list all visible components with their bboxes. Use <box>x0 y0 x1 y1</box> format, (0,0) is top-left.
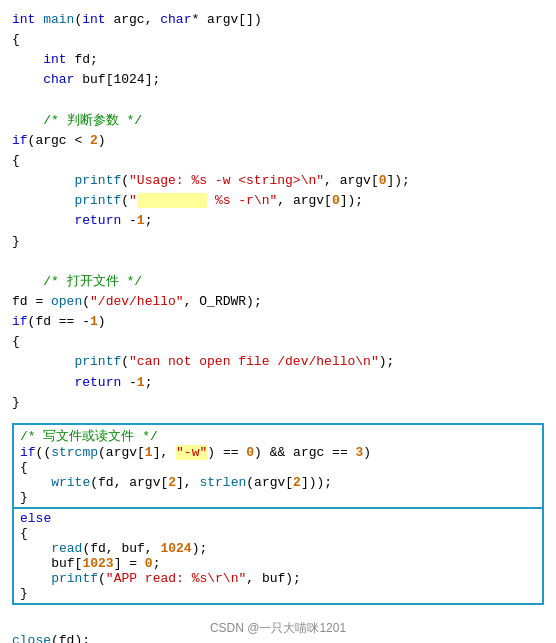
line-9: printf("Usage: %s -w <string>\n", argv[0… <box>12 171 544 191</box>
line-10: printf(" %s -r\n", argv[0]); <box>12 191 544 211</box>
line-12: } <box>12 232 544 252</box>
line-13 <box>12 252 544 272</box>
line-2: { <box>12 30 544 50</box>
line-18: printf("can not open file /dev/hello\n")… <box>12 352 544 372</box>
boxed-region: /* 写文件或读文件 */ if((strcmp(argv[1], "-w") … <box>12 423 544 605</box>
line-31: } <box>20 586 536 601</box>
line-23: { <box>20 460 536 475</box>
line-5 <box>12 91 544 111</box>
line-30: printf("APP read: %s\r\n", buf); <box>20 571 536 586</box>
line-24: write(fd, argv[2], strlen(argv[2])); <box>20 475 536 490</box>
line-27: { <box>20 526 536 541</box>
line-3: int fd; <box>12 50 544 70</box>
line-28: read(fd, buf, 1024); <box>20 541 536 556</box>
line-15: fd = open("/dev/hello", O_RDWR); <box>12 292 544 312</box>
read-box: else { read(fd, buf, 1024); buf[1023] = … <box>12 509 544 605</box>
line-22: if((strcmp(argv[1], "-w") == 0) && argc … <box>20 445 536 460</box>
line-20: } <box>12 393 544 413</box>
line-4: char buf[1024]; <box>12 70 544 90</box>
line-29: buf[1023] = 0; <box>20 556 536 571</box>
footer-text: CSDN @一只大喵咪1201 <box>0 620 556 637</box>
line-8: { <box>12 151 544 171</box>
line-1: int main(int argc, char* argv[]) <box>12 10 544 30</box>
line-16: if(fd == -1) <box>12 312 544 332</box>
write-box: /* 写文件或读文件 */ if((strcmp(argv[1], "-w") … <box>12 423 544 509</box>
line-19: return -1; <box>12 373 544 393</box>
line-14: /* 打开文件 */ <box>12 272 544 292</box>
line-21: /* 写文件或读文件 */ <box>20 427 536 445</box>
line-7: if(argc < 2) <box>12 131 544 151</box>
line-17: { <box>12 332 544 352</box>
code-block: int main(int argc, char* argv[]) { int f… <box>0 0 556 423</box>
line-25: } <box>20 490 536 505</box>
line-11: return -1; <box>12 211 544 231</box>
line-6: /* 判断参数 */ <box>12 111 544 131</box>
line-26: else <box>20 511 536 526</box>
